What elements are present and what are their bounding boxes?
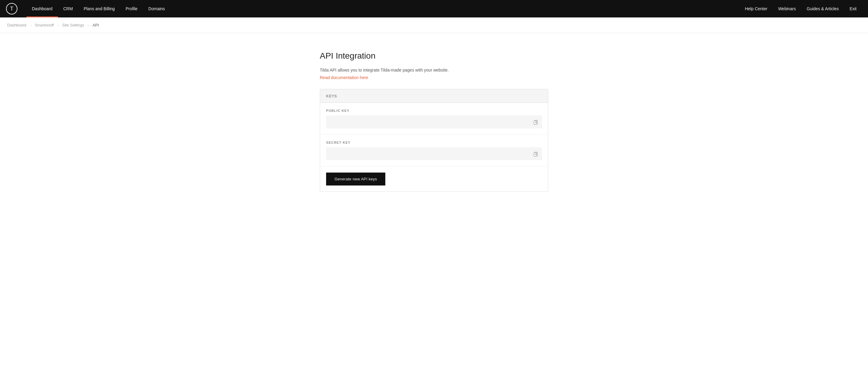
nav-item-exit[interactable]: Exit bbox=[844, 0, 862, 18]
doc-link[interactable]: Read documentation here bbox=[320, 75, 368, 80]
keys-header-label: KEYS bbox=[326, 94, 337, 98]
nav-right: Help Center Webinars Guides & Articles E… bbox=[739, 0, 862, 18]
copy-public-key-icon[interactable] bbox=[533, 119, 538, 125]
generate-button-wrapper: Generate new API keys bbox=[320, 167, 548, 192]
nav-left: Dashboard CRM Plans and Billing Profile … bbox=[26, 0, 739, 18]
breadcrumb-dashboard[interactable]: Dashboard bbox=[7, 23, 26, 27]
secret-key-input[interactable] bbox=[326, 147, 542, 160]
breadcrumb-arrow-2: → bbox=[56, 23, 60, 27]
main-content: API Integration Tilda API allows you to … bbox=[314, 33, 554, 210]
logo[interactable]: T bbox=[6, 3, 18, 14]
generate-api-keys-button[interactable]: Generate new API keys bbox=[326, 173, 385, 185]
breadcrumb-arrow-1: → bbox=[29, 23, 32, 27]
public-key-input[interactable] bbox=[326, 115, 542, 128]
nav-item-profile[interactable]: Profile bbox=[120, 0, 143, 18]
keys-header: KEYS bbox=[320, 89, 548, 103]
navigation: T Dashboard CRM Plans and Billing Profil… bbox=[0, 0, 868, 18]
nav-item-dashboard[interactable]: Dashboard bbox=[26, 0, 58, 18]
public-key-input-wrapper bbox=[326, 115, 542, 128]
public-key-label: PUBLIC KEY bbox=[326, 109, 542, 112]
page-title: API Integration bbox=[320, 51, 548, 61]
breadcrumb-api: API bbox=[93, 23, 99, 27]
logo-letter: T bbox=[10, 6, 13, 12]
copy-secret-key-icon[interactable] bbox=[533, 151, 538, 157]
nav-item-domains[interactable]: Domains bbox=[143, 0, 170, 18]
secret-key-input-wrapper bbox=[326, 147, 542, 160]
nav-item-plans-billing[interactable]: Plans and Billing bbox=[78, 0, 120, 18]
keys-panel: KEYS PUBLIC KEY SECRET KEY bbox=[320, 89, 548, 192]
breadcrumb-site-settings[interactable]: Site Settings bbox=[62, 23, 84, 27]
breadcrumb-arrow-3: → bbox=[87, 23, 90, 27]
nav-item-help-center[interactable]: Help Center bbox=[739, 0, 773, 18]
breadcrumb-smartonoff[interactable]: Smartonoff bbox=[35, 23, 54, 27]
nav-item-guides[interactable]: Guides & Articles bbox=[801, 0, 844, 18]
nav-item-crm[interactable]: CRM bbox=[58, 0, 79, 18]
nav-item-webinars[interactable]: Webinars bbox=[773, 0, 801, 18]
breadcrumb: Dashboard → Smartonoff → Site Settings →… bbox=[0, 18, 868, 33]
page-description: Tilda API allows you to integrate Tilda-… bbox=[320, 67, 548, 73]
public-key-section: PUBLIC KEY bbox=[320, 103, 548, 135]
secret-key-section: SECRET KEY bbox=[320, 135, 548, 167]
secret-key-label: SECRET KEY bbox=[326, 141, 542, 144]
